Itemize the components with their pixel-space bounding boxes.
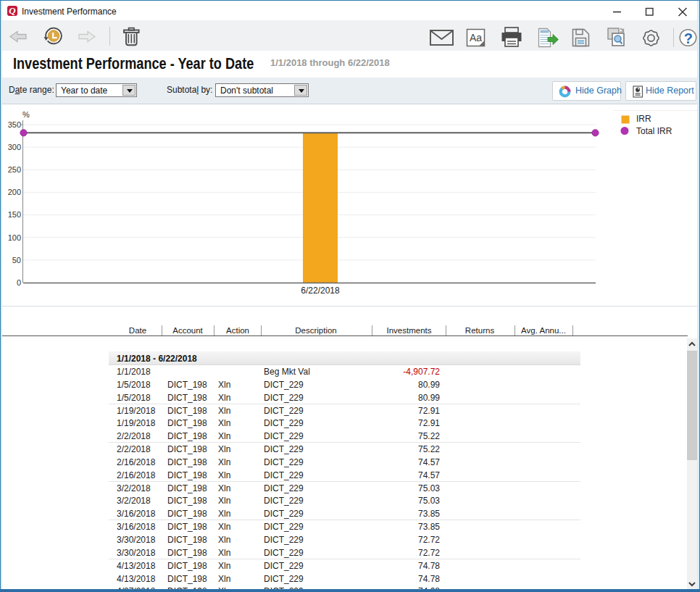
- svg-text:?: ?: [684, 30, 693, 46]
- svg-text:Aa: Aa: [470, 32, 482, 43]
